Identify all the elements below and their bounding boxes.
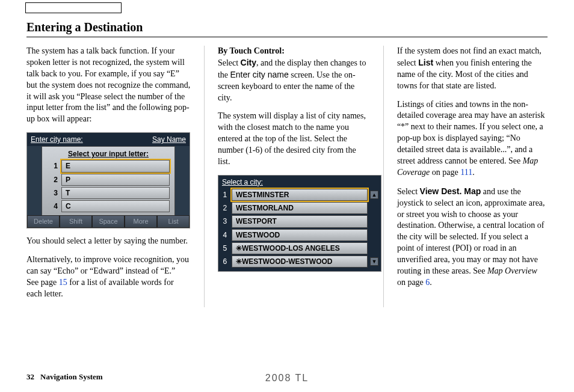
city-row[interactable]: 1 WESTMINSTER ▲ [221,189,378,201]
shot1-row-val: T [61,187,170,199]
delete-button[interactable]: Delete [27,215,60,228]
shot1-row-num: 4 [47,201,58,211]
shot1-row-num: 1 [47,161,58,171]
list-button[interactable]: List [157,215,190,228]
shot1-header-left: Enter city name: [31,135,83,144]
page-link-111[interactable]: 111 [460,168,472,177]
screenshot-input-letter: Enter city name: Say Name Select your in… [26,132,190,228]
shot1-row-val: C [61,200,170,212]
shot1-row[interactable]: 1 E [47,160,170,172]
more-button[interactable]: More [125,215,157,228]
scroll-down-icon[interactable]: ▼ [370,257,378,266]
shot1-row-val: P [61,174,170,186]
city-row[interactable]: 3 WESTPORT [221,215,378,227]
shot1-row-num: 3 [47,188,58,198]
column-2: By Touch Control: Select City, and the d… [204,46,370,307]
c1-p1: The system has a talk back function. If … [26,46,191,125]
c3-p1: If the system does not find an exact mat… [397,46,548,92]
screenshot-city-list: Select a city: 1 WESTMINSTER ▲ 2 WESTMOR… [218,175,381,272]
c2-p1: By Touch Control: Select City, and the d… [218,46,370,103]
column-1: The system has a talk back function. If … [26,46,191,307]
shot2-header: Select a city: [218,176,381,189]
c1-p2: You should select a letter by saying the… [26,236,191,247]
title-rule [26,37,548,37]
scroll-up-icon[interactable]: ▲ [370,191,378,199]
city-row[interactable]: 5 ✳WESTWOOD-LOS ANGELES [221,242,378,254]
shot1-row[interactable]: 3 T [47,187,170,199]
columns: The system has a talk back function. If … [26,46,548,307]
page-link-15[interactable]: 15 [59,278,67,287]
shot1-row[interactable]: 2 P [47,174,170,186]
c3-p3: Select View Dest. Map and use the joysti… [397,186,548,289]
shot1-row[interactable]: 4 C [47,200,170,212]
page-number: 32 [26,372,34,382]
shift-button[interactable]: Shift [60,215,92,228]
model-label: 2008 TL [265,372,309,385]
column-3: If the system does not find an exact mat… [383,46,548,307]
shot1-row-val: E [61,160,170,172]
c3-p2: Listings of cities and towns in the non-… [397,99,548,179]
shot1-bottom-bar: Delete Shift Space More List [27,215,190,228]
c2-p2: The system will display a list of city n… [218,111,370,167]
shot1-popup: Select your input letter: 1 E 2 P 3 T 4 … [42,146,175,218]
city-row[interactable]: 6 ✳WESTWOOD-WESTWOOD ▼ [221,256,378,268]
c1-p3: Alternatively, to improve voice recognit… [26,254,191,300]
by-touch-heading: By Touch Control: [218,46,285,55]
city-row[interactable]: 2 WESTMORLAND [221,202,378,214]
section-name: Navigation System [40,372,103,382]
shot1-header-right: Say Name [152,135,186,144]
shot1-row-num: 2 [47,175,58,185]
space-button[interactable]: Space [92,215,125,228]
header-box [25,2,122,13]
city-row[interactable]: 4 WESTWOOD [221,229,378,241]
page-title: Entering a Destination [26,19,548,35]
shot1-popup-title: Select your input letter: [47,149,170,159]
footer: 32 Navigation System 2008 TL [26,372,548,382]
